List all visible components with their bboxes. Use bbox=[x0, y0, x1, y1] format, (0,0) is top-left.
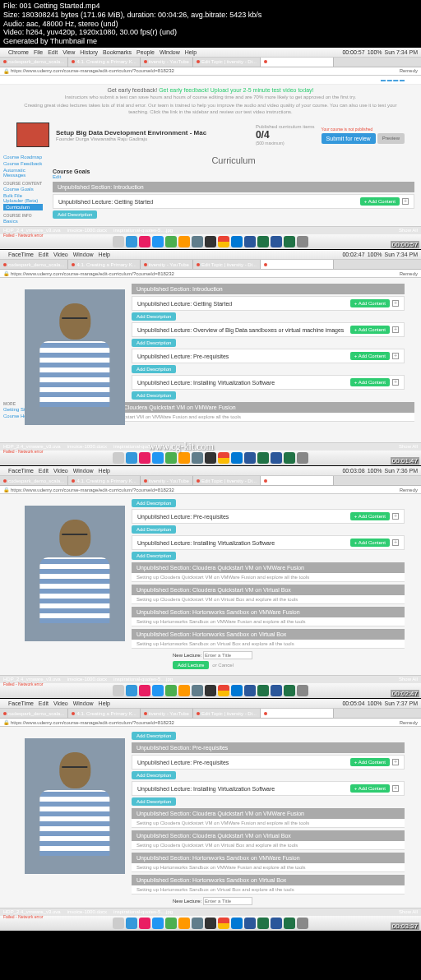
dock-excel[interactable] bbox=[257, 236, 269, 247]
timestamp-3: 00:02:47 bbox=[391, 690, 419, 697]
dock-app1[interactable] bbox=[178, 236, 190, 247]
course-title: Setup Big Data Development Environment -… bbox=[56, 129, 206, 136]
menu-edit[interactable]: Edit bbox=[48, 49, 58, 55]
remedy-badge: Remedy bbox=[400, 68, 418, 73]
menu-help[interactable]: Help bbox=[185, 49, 197, 55]
new-lecture-label: New Lecture: bbox=[173, 899, 201, 904]
dock-finder[interactable] bbox=[113, 236, 124, 247]
dock-excel2[interactable] bbox=[284, 236, 295, 247]
lecture-row[interactable]: Unpublished Lecture: Pre-requisites + Ad… bbox=[132, 509, 405, 524]
downloads-bar: HDP_2.4_vmware_v3.ovaFailed - Network er… bbox=[0, 226, 421, 234]
menu-bar: Chrome File Edit View History Bookmarks … bbox=[0, 48, 421, 58]
download-2[interactable]: invoice-1000.docx bbox=[67, 228, 107, 233]
webcam-preview bbox=[25, 289, 125, 425]
timestamp-2: 00:01:47 bbox=[391, 457, 419, 465]
course-subtitle: Founder Durga Viswanatha Raju Gadiraju bbox=[56, 136, 206, 141]
menu-bookmarks[interactable]: Bookmarks bbox=[103, 49, 132, 55]
tab-5[interactable]: Setup Big Data Developm... bbox=[261, 58, 334, 67]
add-lecture-button[interactable]: Add Lecture bbox=[173, 661, 209, 669]
watermark: www.cg-kit.com bbox=[148, 441, 214, 453]
dock-app2[interactable] bbox=[192, 236, 203, 247]
lecture-row[interactable]: Unpublished Lecture: Installing Virtuali… bbox=[132, 781, 405, 796]
dock-facetime[interactable] bbox=[165, 236, 177, 247]
dock-safari[interactable] bbox=[126, 236, 137, 247]
dock-terminal[interactable] bbox=[205, 236, 216, 247]
dock bbox=[0, 234, 421, 249]
download-3[interactable]: inspirational-quotes-5....jpg bbox=[113, 228, 173, 233]
file-size: Size: 180308241 bytes (171.96 MiB), dura… bbox=[3, 11, 418, 20]
cancel-link[interactable]: or Cancel bbox=[212, 663, 234, 668]
frame-2: FaceTime Edit Video Window Help 00:02:47… bbox=[0, 250, 421, 465]
battery: 100% bbox=[368, 49, 382, 55]
sidebar-feedback[interactable]: Course Feedback bbox=[3, 160, 43, 167]
download-1[interactable]: HDP_2.4_vmware_v3.ovaFailed - Network er… bbox=[3, 228, 61, 233]
feedback-title: Get early feedback! Get early feedback! … bbox=[16, 87, 405, 93]
sidebar-bulk[interactable]: Bulk File Uploader (Beta) bbox=[3, 192, 43, 204]
add-content-button[interactable]: + Add Content bbox=[360, 197, 400, 206]
sidebar-goals[interactable]: Course Goals bbox=[3, 186, 43, 192]
dock-chrome[interactable] bbox=[218, 236, 229, 247]
add-description-button[interactable]: Add Description bbox=[132, 312, 176, 321]
goals-edit[interactable]: Edit bbox=[53, 174, 414, 179]
sidebar-roadmap[interactable]: Course Roadmap bbox=[3, 154, 43, 160]
menu-history[interactable]: History bbox=[80, 49, 98, 55]
new-lecture-input[interactable] bbox=[203, 651, 252, 659]
clock: Sun 7:34 PM bbox=[385, 49, 418, 55]
address-bar[interactable]: 🔒 https://www.udemy.com/course-manage/ed… bbox=[0, 67, 421, 76]
plus-icon[interactable]: + bbox=[402, 198, 409, 205]
add-content-button[interactable]: + Add Content bbox=[350, 299, 390, 307]
sidebar-basics[interactable]: Basics bbox=[3, 218, 43, 224]
section-intro: Unpublished Section: Introduction bbox=[53, 182, 414, 192]
tab-3[interactable]: itversity - YouTube bbox=[141, 58, 193, 67]
submit-button[interactable]: Submit for review bbox=[322, 133, 376, 144]
goals-label: Course Goals bbox=[53, 169, 414, 174]
top-nav: ▬ ▬ ▬ ▬ bbox=[0, 76, 421, 85]
file-name: File: 001 Getting Started.mp4 bbox=[3, 2, 418, 11]
player-time: 00:00:57 bbox=[342, 49, 364, 55]
lecture-row[interactable]: Unpublished Lecture: Pre-requisites + Ad… bbox=[132, 349, 405, 363]
dock-word2[interactable] bbox=[271, 236, 282, 247]
menu-file[interactable]: File bbox=[34, 49, 43, 55]
dock-word[interactable] bbox=[244, 236, 256, 247]
sidebar-messages[interactable]: Automatic Messages bbox=[3, 167, 43, 178]
frame-1: Chrome File Edit View History Bookmarks … bbox=[0, 48, 421, 249]
unpublished-msg: Your course is not published bbox=[322, 127, 405, 132]
menu-people[interactable]: People bbox=[136, 49, 155, 55]
menu-window[interactable]: Window bbox=[160, 49, 180, 55]
tab-4[interactable]: Edit Topic | itversity - Di... bbox=[193, 58, 261, 67]
section-intro-2: Unpublished Section: Introduction bbox=[132, 284, 405, 294]
dock-appstore[interactable] bbox=[152, 236, 164, 247]
lecture-row[interactable]: Unpublished Lecture: Overview of Big Dat… bbox=[132, 322, 405, 337]
file-video: Video: h264, yuv420p, 1920x1080, 30.00 f… bbox=[3, 28, 418, 37]
lecture-row[interactable]: Unpublished Lecture: Pre-requisites + Ad… bbox=[132, 755, 405, 770]
menu-view[interactable]: View bbox=[62, 49, 75, 55]
timestamp-4: 00:03:37 bbox=[391, 922, 419, 930]
new-lecture-input[interactable] bbox=[203, 897, 252, 905]
browser-tabs: codespark_demo_scala... 4.1. Creating a … bbox=[0, 58, 421, 67]
lecture-getting-started[interactable]: Unpublished Lecture: Getting Started + A… bbox=[53, 194, 414, 209]
add-description-button[interactable]: Add Description bbox=[53, 210, 97, 219]
lecture-row[interactable]: Unpublished Lecture: Installing Virtuali… bbox=[132, 535, 405, 550]
preview-button[interactable]: Preview bbox=[377, 133, 405, 144]
lecture-row[interactable]: Unpublished Lecture: Installing Virtuali… bbox=[132, 375, 405, 390]
webcam-preview bbox=[25, 738, 125, 874]
published-ratio: 0/4 bbox=[256, 129, 315, 141]
dock-skype[interactable] bbox=[231, 236, 243, 247]
show-all[interactable]: Show All bbox=[399, 228, 418, 233]
dock-itunes[interactable] bbox=[139, 236, 150, 247]
url: https://www.udemy.com/course-manage/edit… bbox=[11, 68, 174, 73]
tab-2[interactable]: 4.1. Creating a Primary K... bbox=[68, 58, 140, 67]
sidebar-curriculum[interactable]: Curriculum bbox=[3, 204, 43, 210]
lecture-row[interactable]: Unpublished Lecture: Getting Started + A… bbox=[132, 296, 405, 311]
lock-icon: 🔒 bbox=[3, 68, 9, 74]
tab-1[interactable]: codespark_demo_scala... bbox=[0, 58, 68, 67]
published-max: (500 maximum) bbox=[256, 141, 315, 146]
feedback-line1: Instructors who submit a test can save h… bbox=[16, 95, 405, 101]
curriculum-title: Curriculum bbox=[53, 155, 414, 165]
new-lecture-label: New Lecture: bbox=[173, 653, 201, 658]
file-audio: Audio: aac, 48000 Hz, stereo (und) bbox=[3, 20, 418, 29]
course-thumbnail bbox=[16, 122, 49, 147]
webcam-preview bbox=[25, 506, 125, 641]
dock-trash[interactable] bbox=[297, 236, 308, 247]
app-name: Chrome bbox=[8, 49, 29, 55]
